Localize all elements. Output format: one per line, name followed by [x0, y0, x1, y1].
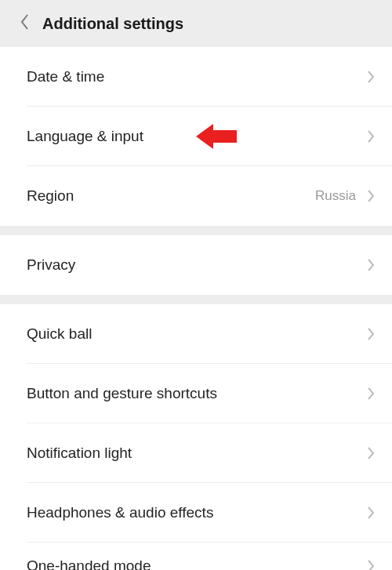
- settings-group-other: Quick ball Button and gesture shortcuts …: [0, 304, 392, 570]
- row-one-handed-mode[interactable]: One-handed mode: [27, 543, 392, 570]
- row-notification-light[interactable]: Notification light: [27, 423, 392, 483]
- row-language-input[interactable]: Language & input: [27, 107, 392, 166]
- chevron-right-icon: [367, 446, 375, 460]
- back-button[interactable]: [14, 13, 36, 34]
- row-label: Headphones & audio effects: [27, 504, 213, 521]
- row-label: Region: [27, 187, 74, 205]
- section-gap: [0, 226, 392, 235]
- page-title: Additional settings: [42, 15, 183, 33]
- chevron-right-icon: [367, 387, 375, 401]
- row-headphones-audio-effects[interactable]: Headphones & audio effects: [27, 483, 392, 543]
- row-date-time[interactable]: Date & time: [27, 47, 392, 107]
- row-label: Quick ball: [27, 325, 92, 343]
- chevron-right-icon: [367, 506, 375, 520]
- row-privacy[interactable]: Privacy: [27, 235, 392, 295]
- chevron-right-icon: [367, 189, 375, 203]
- row-label: Date & time: [27, 68, 104, 85]
- chevron-right-icon: [367, 258, 375, 272]
- row-region[interactable]: Region Russia: [27, 166, 392, 226]
- annotation-arrow-icon: [196, 121, 237, 152]
- row-value: Russia: [315, 188, 356, 204]
- row-label: One-handed mode: [27, 557, 151, 570]
- row-label: Privacy: [27, 256, 75, 274]
- arrow-shape: [196, 124, 237, 149]
- settings-group-privacy: Privacy: [0, 235, 392, 295]
- chevron-right-icon: [367, 129, 375, 143]
- row-label: Button and gesture shortcuts: [27, 385, 217, 402]
- settings-group-general: Date & time Language & input Region Russ…: [0, 47, 392, 226]
- row-button-gesture-shortcuts[interactable]: Button and gesture shortcuts: [27, 364, 392, 423]
- header: Additional settings: [0, 0, 392, 47]
- row-quick-ball[interactable]: Quick ball: [27, 304, 392, 364]
- row-label: Language & input: [27, 128, 143, 145]
- chevron-left-icon: [20, 13, 31, 34]
- chevron-right-icon: [367, 559, 375, 570]
- chevron-right-icon: [367, 327, 375, 341]
- chevron-right-icon: [367, 70, 375, 84]
- row-label: Notification light: [27, 445, 132, 462]
- section-gap: [0, 295, 392, 304]
